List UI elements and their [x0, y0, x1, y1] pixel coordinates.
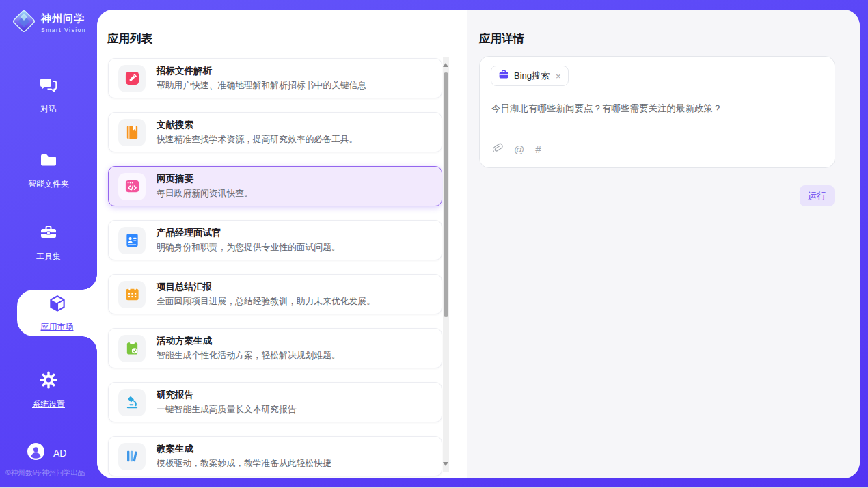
diamond-logo-icon [11, 8, 37, 37]
query-text[interactable]: 今日湖北有哪些新闻要点？有哪些需要关注的最新政策？ [491, 102, 823, 116]
sidebar-item-label: 系统设置 [32, 398, 65, 410]
calendar-icon [118, 281, 146, 308]
scrollbar-down-arrow-icon[interactable] [443, 462, 448, 466]
sidebar-item-label: 对话 [40, 103, 57, 115]
app-card-title: 研究报告 [157, 389, 297, 401]
app-card-description: 帮助用户快速、准确地理解和解析招标书中的关键信息 [157, 80, 366, 92]
app-list-panel: 应用列表 招标文件解析 帮助用户快速、准确地理解和解析招标书中的关键信息 [97, 10, 467, 478]
sidebar-item-app-market[interactable]: 应用市场 [17, 290, 97, 336]
user-account[interactable]: AD [27, 443, 66, 463]
app-list-title: 应用列表 [107, 31, 152, 46]
app-card-pm-interviewer[interactable]: 产品经理面试官 明确身份和职责，为您提供专业性的面试问题。 [108, 220, 442, 260]
brand-logo: 神州问学 Smart Vision [11, 8, 86, 37]
app-card-title: 活动方案生成 [157, 335, 340, 347]
app-card-title: 招标文件解析 [157, 65, 366, 77]
sidebar: 神州问学 Smart Vision 对话 智能文件夹 [0, 0, 97, 488]
app-card-bid-analysis[interactable]: 招标文件解析 帮助用户快速、准确地理解和解析招标书中的关键信息 [108, 58, 442, 98]
briefcase-icon [498, 69, 509, 83]
microscope-icon [118, 389, 146, 416]
app-card-description: 智能生成个性化活动方案，轻松解决规划难题。 [157, 350, 340, 362]
sidebar-item-label: 应用市场 [41, 321, 74, 333]
edit-document-icon [118, 65, 146, 92]
sidebar-item-toolset[interactable]: 工具集 [0, 223, 97, 262]
list-scrollbar[interactable] [443, 57, 449, 472]
scrollbar-up-arrow-icon[interactable] [443, 63, 448, 67]
app-card-title: 项目总结汇报 [157, 281, 375, 293]
app-card-literature-search[interactable]: 文献搜索 快速精准查找学术资源，提高研究效率的必备工具。 [108, 112, 442, 152]
app-card-list: 招标文件解析 帮助用户快速、准确地理解和解析招标书中的关键信息 文献搜索 快速精… [108, 58, 443, 478]
app-card-description: 明确身份和职责，为您提供专业性的面试问题。 [157, 242, 340, 254]
book-icon [118, 119, 146, 146]
app-card-title: 教案生成 [157, 443, 331, 455]
tool-tag-bing-search[interactable]: Bing搜索 × [491, 66, 569, 86]
tool-tag-label: Bing搜索 [514, 70, 550, 82]
close-icon[interactable]: × [556, 71, 561, 81]
app-card-lesson-plan[interactable]: 教案生成 模板驱动，教案妙成，教学准备从此轻松快捷 [108, 436, 442, 476]
scrollbar-thumb[interactable] [444, 72, 448, 317]
app-detail-title: 应用详情 [479, 31, 524, 46]
user-initials: AD [53, 448, 66, 459]
app-card-title: 文献搜索 [157, 119, 357, 131]
app-card-research-report[interactable]: 研究报告 一键智能生成高质量长文本研究报告 [108, 382, 442, 422]
gear-icon [39, 370, 58, 392]
main-content: 应用列表 招标文件解析 帮助用户快速、准确地理解和解析招标书中的关键信息 [97, 10, 860, 478]
mention-icon[interactable]: @ [514, 144, 524, 155]
interviewer-icon [118, 227, 146, 254]
query-composer[interactable]: Bing搜索 × 今日湖北有哪些新闻要点？有哪些需要关注的最新政策？ @ # [479, 56, 835, 168]
brand-name: 神州问学 [41, 12, 86, 25]
app-card-project-summary[interactable]: 项目总结汇报 全面回顾项目进展，总结经验教训，助力未来优化发展。 [108, 274, 442, 314]
app-card-description: 每日政府新闻资讯快查。 [157, 188, 253, 200]
attachment-icon[interactable] [491, 142, 503, 157]
app-card-description: 快速精准查找学术资源，提高研究效率的必备工具。 [157, 134, 357, 146]
browser-code-icon [118, 173, 146, 200]
sidebar-item-label: 工具集 [36, 251, 61, 262]
chat-icon [39, 75, 58, 97]
brand-tagline: Smart Vision [41, 27, 86, 33]
app-card-title: 网页摘要 [157, 173, 253, 185]
folder-icon [39, 150, 58, 172]
copyright-text: ©神州数码·神州问学出品 [5, 468, 85, 478]
app-card-event-plan[interactable]: 活动方案生成 智能生成个性化活动方案，轻松解决规划难题。 [108, 328, 442, 368]
app-card-web-summary[interactable]: 网页摘要 每日政府新闻资讯快查。 [108, 166, 442, 206]
app-detail-panel: 应用详情 Bing搜索 × 今日湖北有哪些新闻要点？有哪些需要关注的最新政策？ [467, 10, 860, 478]
toolbox-icon [39, 223, 58, 245]
hash-icon[interactable]: # [535, 144, 541, 155]
clipboard-check-icon [118, 335, 146, 362]
avatar [27, 443, 44, 463]
cube-icon [47, 294, 68, 317]
app-card-description: 一键智能生成高质量长文本研究报告 [157, 404, 297, 416]
app-card-description: 全面回顾项目进展，总结经验教训，助力未来优化发展。 [157, 296, 375, 308]
sidebar-item-chat[interactable]: 对话 [0, 75, 97, 115]
sidebar-item-smart-folder[interactable]: 智能文件夹 [0, 150, 97, 190]
books-icon [118, 443, 146, 470]
composer-action-bar: @ # [491, 142, 541, 157]
app-card-title: 产品经理面试官 [157, 227, 340, 239]
sidebar-item-settings[interactable]: 系统设置 [0, 370, 97, 410]
sidebar-item-label: 智能文件夹 [28, 178, 69, 190]
app-card-description: 模板驱动，教案妙成，教学准备从此轻松快捷 [157, 458, 331, 470]
run-button[interactable]: 运行 [800, 185, 835, 206]
